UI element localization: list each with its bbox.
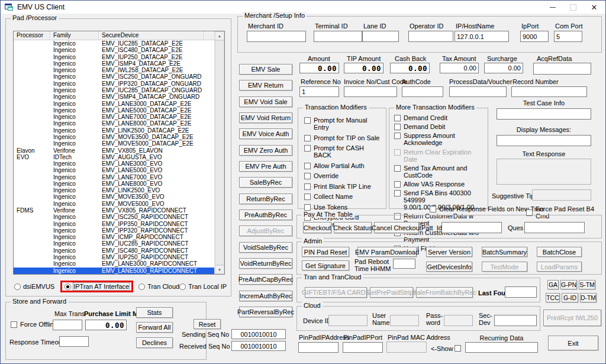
tran-button[interactable]: EMV Sale [239,64,292,75]
test-mode-button[interactable]: TestMode [482,262,527,272]
device-row[interactable]: Ingenico EMV_LANE3000_EVO [14,160,215,167]
tran-button[interactable]: SaleByRec [239,177,292,188]
patt-id-input[interactable] [441,222,502,233]
cash-back-input[interactable] [390,63,430,73]
device-row[interactable]: Ingenico EMV_IWL258_DATACAP_E2E [14,67,215,73]
modifier-checkbox[interactable]: Print Blank TIP Line [304,183,382,190]
pinpad-port-input[interactable] [343,342,383,353]
stats-button[interactable]: Stats [136,307,173,318]
device-id-input[interactable] [328,315,368,326]
com-port-input[interactable] [554,31,582,42]
cancel-checkout-button[interactable]: Cancel Checkout [374,222,419,233]
amount-input[interactable] [299,63,339,73]
device-row[interactable]: EVO IDTech EMV_AUGUSTA_EVO [14,154,215,160]
checkout-button[interactable]: Checkout [303,222,331,233]
interface-radio-option[interactable]: dsiEMVUS [14,281,54,292]
tran-button[interactable]: IncremAuthByRec [239,291,292,301]
interface-radio-option[interactable]: IPTran AT Interface [60,281,133,292]
modifier-checkbox[interactable]: Allow VAS Response [394,181,485,188]
merchant-id-input[interactable] [247,31,306,42]
list-scrollbar[interactable]: ▲ ▼ [214,31,224,274]
d-tm-button[interactable]: D-TM [580,293,597,302]
tran-button[interactable]: EMV Void Return [239,112,292,123]
device-row[interactable]: Ingenico EMV_MOVE3500_DATACAP_E2E [14,134,215,140]
tran-button[interactable]: VoidSaleByRec [239,242,292,253]
modifier-checkbox[interactable]: Override [304,172,382,179]
operator-id-input[interactable] [408,31,453,42]
modifier-checkbox[interactable]: Demand Credit [394,114,485,121]
max-trans-input[interactable] [53,320,82,330]
recurring-data-input[interactable] [465,342,538,353]
tran-button[interactable]: EMV Zero Auth [239,145,292,156]
tran-button[interactable]: AdjustByRec [239,226,292,236]
device-row[interactable]: Ingenico EMV_LANE7000_DATACAP_E2E [14,114,215,120]
text-response-box[interactable] [497,159,591,185]
invoice-no-input[interactable] [344,86,397,97]
device-row[interactable]: Ingenico EMV_MOVE5000_DATACAP_E2E [14,140,215,147]
sale-from-batch-button[interactable]: SaleFromBatchByRec [416,287,473,298]
received-seq-input[interactable] [231,341,286,351]
tran-button[interactable]: EMV Void Sale [239,96,292,107]
password-input[interactable] [444,315,473,326]
device-row[interactable]: Ingenico EMV_LANE5000_RAPIDCONNECT [14,268,215,274]
modifier-checkbox[interactable]: Prompt for Manual Entry [304,117,382,131]
device-row[interactable]: Ingenico EMV_IUP250_RAPIDCONNECT [14,254,215,260]
tax-amount-input[interactable] [440,63,479,73]
pad-reboot-input[interactable] [393,259,415,269]
device-row[interactable]: Ingenico EMV_MOVE3500_EVO [14,194,215,200]
interface-radio-option[interactable]: Tran Local IP [179,281,227,292]
device-row[interactable]: Ingenico EMV_IUC285_DATACAP_E2E [14,40,215,47]
get-prepaid-stripe-button[interactable]: GetPrePaidStripe [370,287,413,298]
gift-ebt-fsa-button[interactable]: GIFT/EBT/FSA CARDS [305,287,367,298]
ques-input[interactable] [524,222,585,233]
device-row[interactable]: Ingenico EMV_LANE7000_EVO [14,174,215,181]
device-row[interactable]: Elavon Verifone EMV_VX805_ELAVON [14,147,215,154]
modifier-checkbox[interactable]: Use Tokens [304,204,382,211]
terminal-id-input[interactable] [314,31,362,42]
col-securedevice[interactable]: SecureDevice [99,31,204,40]
tran-button[interactable]: PreAuthByRec [239,210,292,220]
get-signature-button[interactable]: Get Signature [302,260,349,270]
purchase-limit-input[interactable] [85,320,127,330]
modifier-checkbox[interactable]: Suppress Amount Acknowledge [394,132,485,146]
device-row[interactable]: Ingenico EMV_ISC480_RAPIDCONNECT [14,247,215,254]
s-tm-button[interactable]: S-TM [579,280,595,289]
declines-button[interactable]: Declines [136,337,173,348]
device-row[interactable]: Ingenico EMV_ISMP4_DATACAP_ONGUARD [14,94,215,100]
force-offline-checkbox[interactable]: Force Offline [11,321,57,328]
device-row[interactable]: Ingenico EMV_LANE8000_DATACAP_E2E [14,120,215,127]
device-row[interactable]: Ingenico EMV_ISMP4_DATACAP_E2E [14,60,215,67]
sending-seq-input[interactable] [231,329,286,339]
device-row[interactable]: Ingenico EMV_IUP250_DATACAP_E2E [14,54,215,60]
ga-button[interactable]: GA [547,280,559,289]
suggestive-tip-input[interactable] [532,189,591,201]
lane-id-input[interactable] [362,31,399,42]
modifier-checkbox[interactable]: Collect Name [304,193,382,200]
minimize-icon[interactable] [543,1,563,14]
maximize-icon[interactable] [563,1,583,14]
check-status-button[interactable]: Check Status [334,222,372,233]
modifier-checkbox[interactable]: Return Clear Expiration Date [394,149,485,163]
load-params-button[interactable]: LoadParams [537,262,582,272]
device-row[interactable]: Ingenico EMV_LANE3000_RAPIDCONNECT [14,260,215,267]
tip-amount-input[interactable] [344,63,383,73]
record-number-input[interactable] [511,86,587,97]
modifier-checkbox[interactable]: Demand Debit [394,123,485,130]
response-timeout-input[interactable] [59,336,89,347]
device-row[interactable]: FDMS Verifone EMV_VX805_RAPIDCONNECT [14,207,215,214]
acq-ref-data-input[interactable] [533,63,591,75]
tran-button[interactable]: PartReversalByRec [239,307,292,317]
g-pn-button[interactable]: G-PN [560,280,577,289]
test-case-input[interactable] [497,108,591,120]
tran-button[interactable]: VoidReturnByRec [239,258,292,269]
device-row[interactable]: Ingenico EMV_ISC250_RAPIDCONNECT [14,214,215,220]
batch-summary-button[interactable]: BatchSummary [482,247,527,257]
exit-button[interactable]: Exit [548,336,598,350]
display-messages-input[interactable] [497,135,591,146]
print-rcpt-button[interactable]: PrintRcpt IWL250 [543,310,601,326]
device-row[interactable]: Ingenico EMV_IPP320_RAPIDCONNECT [14,227,215,234]
modifier-checkbox[interactable]: Prompt for TIP on Sale [304,134,382,141]
interface-radio-option[interactable]: Tran Cloud [138,281,179,292]
auth-code-input[interactable] [402,86,443,97]
last-four-input[interactable] [505,286,537,298]
